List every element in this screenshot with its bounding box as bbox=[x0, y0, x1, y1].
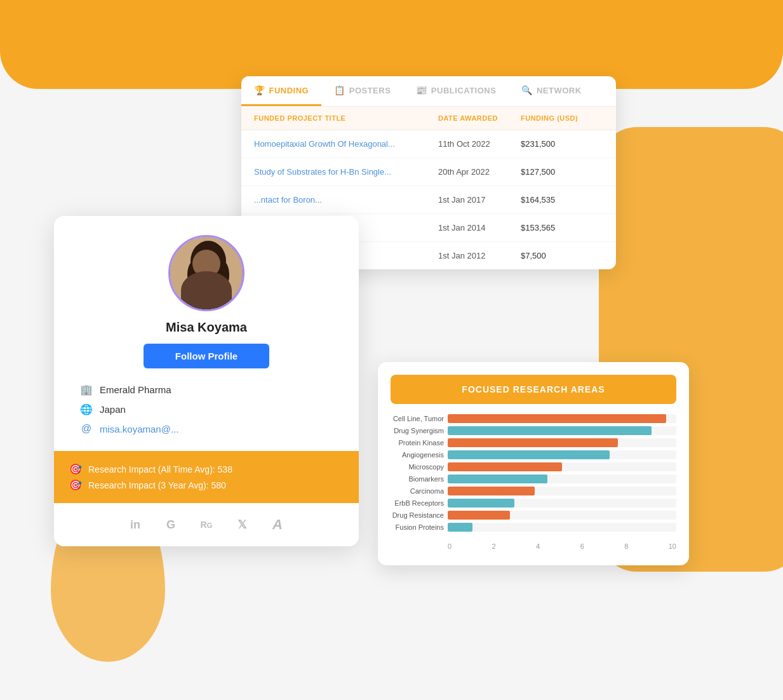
project-title[interactable]: Homoepitaxial Growth Of Hexagonal... bbox=[254, 139, 438, 149]
tab-network[interactable]: 🔍 NETWORK bbox=[509, 76, 594, 106]
google-icon[interactable]: G bbox=[161, 515, 181, 535]
amount-cell: $153,565 bbox=[521, 223, 603, 232]
bar-row: Carcinoma bbox=[448, 487, 676, 495]
bar-fill bbox=[448, 438, 618, 447]
amount-cell: $7,500 bbox=[521, 251, 603, 260]
bar-label: Fusion Proteins bbox=[391, 523, 444, 531]
bar-label: Carcinoma bbox=[391, 487, 444, 495]
col-header-funding: FUNDING (USD) bbox=[521, 114, 603, 122]
bar-row: Drug Resistance bbox=[448, 511, 676, 520]
x-axis-label: 2 bbox=[492, 542, 496, 550]
avatar-wrapper bbox=[168, 235, 244, 311]
col-header-date: DATE AWARDED bbox=[438, 114, 521, 122]
avatar-svg bbox=[170, 237, 243, 309]
tab-bar: 🏆 FUNDING 📋 POSTERS 📰 PUBLICATIONS 🔍 NET… bbox=[241, 76, 616, 107]
poster-icon: 📋 bbox=[334, 85, 345, 95]
project-title[interactable]: Study of Substrates for H-Bn Single... bbox=[254, 167, 438, 177]
research-card: FOCUSED RESEARCH AREAS Cell Line, TumorD… bbox=[378, 362, 689, 565]
date-cell: 1st Jan 2014 bbox=[438, 223, 521, 232]
svg-point-8 bbox=[201, 268, 205, 273]
bar-fill bbox=[448, 487, 535, 495]
bar-track bbox=[448, 511, 676, 520]
profile-stats-section: 🎯 Research Impact (All Time Avg): 538 🎯 … bbox=[54, 451, 359, 503]
linkedin-icon[interactable]: in bbox=[125, 515, 145, 535]
x-axis-label: 6 bbox=[580, 542, 584, 550]
svg-point-9 bbox=[211, 268, 215, 273]
email-text[interactable]: misa.koyaman@... bbox=[100, 424, 178, 434]
x-axis-label: 10 bbox=[669, 542, 676, 550]
tab-funding[interactable]: 🏆 FUNDING bbox=[241, 76, 321, 106]
project-title[interactable]: ...ntact for Boron... bbox=[254, 195, 438, 205]
table-row: ...ntact for Boron... 1st Jan 2017 $164,… bbox=[241, 186, 616, 214]
svg-point-1 bbox=[191, 241, 226, 281]
social-links-section: in G RG 𝕏 A bbox=[54, 503, 359, 546]
bar-label: ErbB Receptors bbox=[391, 499, 444, 507]
profile-top-section: Misa Koyama Follow Profile 🏢 Emerald Pha… bbox=[54, 216, 359, 451]
bar-row: Fusion Proteins bbox=[448, 523, 676, 532]
profile-name: Misa Koyama bbox=[166, 320, 247, 335]
organization-text: Emerald Pharma bbox=[100, 384, 171, 395]
x-axis-label: 0 bbox=[448, 542, 452, 550]
bar-row: Microscopy bbox=[448, 462, 676, 471]
bar-track bbox=[448, 523, 676, 532]
twitter-icon[interactable]: 𝕏 bbox=[232, 515, 252, 535]
svg-point-3 bbox=[187, 261, 200, 289]
impact-3yr-text: Research Impact (3 Year Avg): 580 bbox=[88, 480, 226, 490]
date-cell: 11th Oct 2022 bbox=[438, 139, 521, 149]
profile-info-section: 🏢 Emerald Pharma 🌐 Japan @ misa.koyaman@… bbox=[73, 380, 340, 438]
bar-label: Protein Kinase bbox=[391, 439, 444, 447]
follow-profile-button[interactable]: Follow Profile bbox=[144, 344, 269, 368]
impact-3yr-row: 🎯 Research Impact (3 Year Avg): 580 bbox=[69, 477, 344, 493]
chart-area: Cell Line, TumorDrug SynergismProtein Ki… bbox=[378, 414, 689, 532]
bar-track bbox=[448, 475, 676, 483]
researchgate-icon[interactable]: RG bbox=[196, 515, 217, 535]
col-header-title: FUNDED PROJECT TITLE bbox=[254, 114, 438, 122]
bar-label: Angiogenesis bbox=[391, 451, 444, 459]
x-axis: 0246810 bbox=[378, 535, 689, 550]
table-header: FUNDED PROJECT TITLE DATE AWARDED FUNDIN… bbox=[241, 107, 616, 130]
bar-track bbox=[448, 462, 676, 471]
svg-point-10 bbox=[207, 275, 210, 278]
email-icon: @ bbox=[79, 423, 93, 434]
date-cell: 1st Jan 2012 bbox=[438, 251, 521, 260]
bar-fill bbox=[448, 414, 666, 423]
svg-rect-5 bbox=[191, 269, 226, 309]
bar-label: Cell Line, Tumor bbox=[391, 415, 444, 422]
bar-track bbox=[448, 414, 676, 423]
location-text: Japan bbox=[100, 404, 126, 415]
bar-fill bbox=[448, 499, 514, 508]
svg-rect-6 bbox=[202, 286, 215, 298]
bar-label: Drug Synergism bbox=[391, 427, 444, 434]
x-axis-label: 8 bbox=[624, 542, 628, 550]
amount-cell: $127,500 bbox=[521, 167, 603, 177]
bar-row: Angiogenesis bbox=[448, 450, 676, 459]
bar-fill bbox=[448, 523, 472, 532]
building-icon: 🏢 bbox=[79, 384, 93, 396]
profile-card: Misa Koyama Follow Profile 🏢 Emerald Pha… bbox=[54, 216, 359, 546]
research-title: FOCUSED RESEARCH AREAS bbox=[462, 384, 605, 394]
tab-posters[interactable]: 📋 POSTERS bbox=[321, 76, 403, 106]
bar-fill bbox=[448, 450, 610, 459]
tab-publications[interactable]: 📰 PUBLICATIONS bbox=[403, 76, 509, 106]
avatar bbox=[170, 237, 243, 309]
bar-track bbox=[448, 438, 676, 447]
bar-fill bbox=[448, 475, 547, 483]
bar-track bbox=[448, 499, 676, 508]
impact-3yr-icon: 🎯 bbox=[69, 479, 82, 491]
bar-label: Biomarkers bbox=[391, 475, 444, 483]
organization-row: 🏢 Emerald Pharma bbox=[79, 380, 333, 400]
bar-fill bbox=[448, 462, 562, 471]
table-row: Study of Substrates for H-Bn Single... 2… bbox=[241, 158, 616, 186]
amount-cell: $231,500 bbox=[521, 139, 603, 149]
academia-icon[interactable]: A bbox=[267, 515, 288, 535]
background-top-bar bbox=[0, 0, 783, 89]
bar-track bbox=[448, 487, 676, 495]
date-cell: 1st Jan 2017 bbox=[438, 195, 521, 205]
email-row: @ misa.koyaman@... bbox=[79, 419, 333, 438]
bar-row: Cell Line, Tumor bbox=[448, 414, 676, 423]
bar-label: Microscopy bbox=[391, 463, 444, 471]
bar-fill bbox=[448, 511, 510, 520]
publications-icon: 📰 bbox=[416, 85, 427, 95]
table-row: Homoepitaxial Growth Of Hexagonal... 11t… bbox=[241, 130, 616, 158]
location-row: 🌐 Japan bbox=[79, 400, 333, 419]
